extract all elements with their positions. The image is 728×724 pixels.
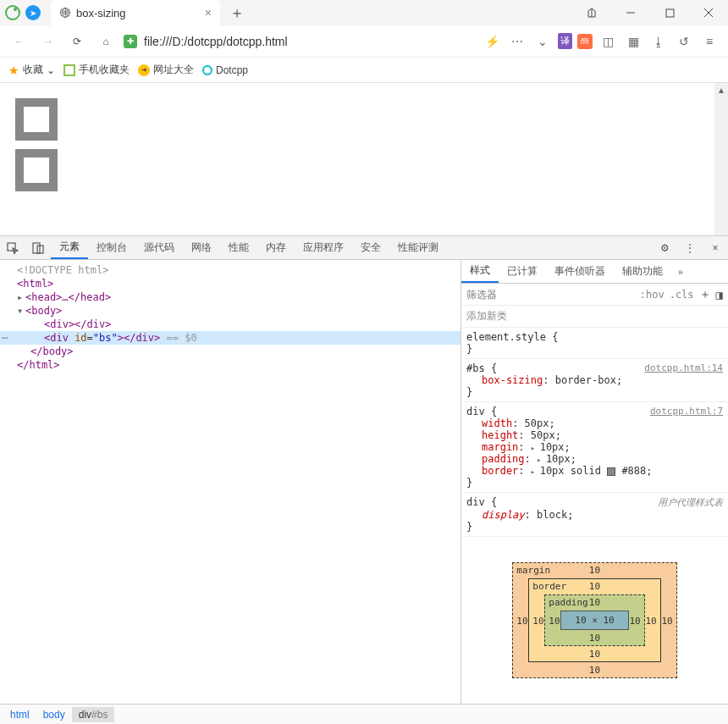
close-tab-icon[interactable]: × — [205, 6, 212, 19]
maximize-button[interactable] — [650, 0, 689, 25]
home-button[interactable]: ⌂ — [95, 30, 117, 53]
url-text[interactable]: file:///D:/dotcpp/dotcpp.html — [144, 35, 475, 48]
styles-tab-a11y[interactable]: 辅助功能 — [614, 260, 671, 283]
browser-app-icon — [5, 5, 20, 20]
elements-body-close[interactable]: </body> — [0, 345, 461, 358]
tab-network[interactable]: 网络 — [183, 236, 220, 259]
crumb-div-bs[interactable]: div#bs — [72, 707, 115, 722]
elements-head[interactable]: ▸<head>…</head> — [0, 290, 461, 304]
vertical-scrollbar[interactable]: ▲ — [714, 83, 728, 235]
cls-toggle[interactable]: .cls — [670, 289, 694, 301]
tab-application[interactable]: 应用程序 — [295, 236, 352, 259]
rule-bs[interactable]: #bs {dotcpp.html:14 box-sizing: border-b… — [461, 359, 728, 402]
telegram-icon[interactable]: ➤ — [25, 5, 41, 20]
add-new-class[interactable]: 添加新类 — [461, 306, 728, 328]
color-swatch[interactable] — [607, 467, 615, 476]
tab-security[interactable]: 安全 — [352, 236, 389, 259]
styles-tab-styles[interactable]: 样式 — [461, 260, 499, 283]
address-bar: ← → ⟳ ⌂ ✚ file:///D:/dotcpp/dotcpp.html … — [0, 25, 728, 58]
toggle-sidebar-icon[interactable]: ◨ — [716, 288, 723, 301]
styles-tab-computed[interactable]: 已计算 — [499, 260, 546, 283]
crumb-body[interactable]: body — [36, 707, 72, 722]
title-bar: ➤ 🌐︎ box-sizing × ＋ — [0, 0, 728, 25]
settings-gear-icon[interactable]: ⚙ — [652, 236, 677, 259]
tab-elements[interactable]: 元素 — [51, 236, 88, 259]
devtools-more-icon[interactable]: ⋮ — [677, 236, 703, 259]
elements-tree[interactable]: <!DOCTYPE html> <html> ▸<head>…</head> ▾… — [0, 260, 461, 704]
tab-sources[interactable]: 源代码 — [135, 236, 183, 259]
elements-body-open[interactable]: ▾<body> — [0, 304, 461, 318]
inspect-element-icon[interactable] — [0, 236, 25, 259]
rule-ua-div[interactable]: div {用户代理样式表 display: block; } — [461, 493, 728, 537]
svg-rect-5 — [33, 243, 40, 253]
elements-html-close[interactable]: </html> — [0, 358, 461, 372]
tab-performance[interactable]: 性能 — [220, 236, 257, 259]
tab-audits[interactable]: 性能评测 — [389, 236, 447, 259]
close-window-button[interactable] — [689, 0, 728, 25]
minimize-button[interactable] — [611, 0, 650, 25]
dotcpp-icon — [202, 65, 212, 75]
forward-button[interactable]: → — [37, 30, 59, 53]
hov-toggle[interactable]: :hov — [640, 289, 665, 301]
scroll-up-icon[interactable]: ▲ — [714, 83, 728, 97]
elements-div1[interactable]: <div></div> — [0, 318, 461, 331]
history-icon[interactable]: ↺ — [674, 31, 694, 52]
dotcpp-label: Dotcpp — [216, 64, 248, 76]
tab-title: box-sizing — [76, 7, 200, 19]
source-link[interactable]: dotcpp.html:7 — [650, 406, 723, 417]
translate-icon[interactable]: 译 — [558, 33, 572, 49]
crumb-html[interactable]: html — [3, 707, 36, 722]
favorites-label: 收藏 — [23, 63, 43, 77]
styles-filter-row: :hov .cls ＋ ◨ — [461, 284, 728, 306]
more-icon[interactable]: ⋯ — [507, 31, 527, 52]
styles-panel: 样式 已计算 事件侦听器 辅助功能 » :hov .cls ＋ ◨ 添加新类 e… — [461, 260, 728, 704]
tab-memory[interactable]: 内存 — [257, 236, 295, 259]
source-link[interactable]: dotcpp.html:14 — [644, 362, 723, 374]
wallet-icon[interactable]: ◫ — [598, 31, 618, 52]
back-button[interactable]: ← — [8, 30, 30, 53]
rule-div[interactable]: div {dotcpp.html:7 width: 50px; height: … — [461, 402, 728, 493]
dotcpp-bookmark[interactable]: Dotcpp — [202, 64, 248, 76]
new-tab-button[interactable]: ＋ — [225, 1, 249, 25]
apps-grid-icon[interactable]: ▦ — [623, 31, 643, 52]
styles-tab-listeners[interactable]: 事件侦听器 — [546, 260, 614, 283]
rule-element-style[interactable]: element.style { } — [461, 328, 728, 359]
elements-doctype[interactable]: <!DOCTYPE html> — [0, 263, 461, 277]
chevron-down-icon: ⌄ — [47, 64, 55, 76]
rendered-div-1 — [15, 98, 58, 141]
devtools-tabs: 元素 控制台 源代码 网络 性能 内存 应用程序 安全 性能评测 ⚙ ⋮ × — [0, 236, 728, 260]
box-model-content: 10 × 10 — [560, 611, 628, 630]
wardrobe-icon[interactable] — [572, 0, 611, 25]
mobile-icon — [63, 64, 75, 76]
lightning-icon[interactable]: ⚡ — [482, 31, 502, 52]
styles-more-icon[interactable]: » — [671, 260, 690, 283]
favorites-button[interactable]: ★收藏 ⌄ — [8, 63, 55, 77]
reload-button[interactable]: ⟳ — [66, 30, 88, 53]
mobile-fav-bookmark[interactable]: 手机收藏夹 — [63, 63, 130, 77]
svg-rect-4 — [8, 243, 15, 251]
ua-stylesheet-label: 用户代理样式表 — [658, 496, 723, 509]
elements-div-bs[interactable]: <div id="bs"></div> == $0 — [0, 331, 461, 345]
box-model-diagram[interactable]: margin 10 10 10 10 border 10 10 10 10 — [461, 537, 728, 704]
device-toggle-icon[interactable] — [25, 236, 51, 259]
sites-bookmark[interactable]: ➜网址大全 — [138, 63, 194, 77]
globe-icon: 🌐︎ — [59, 7, 71, 19]
devtools: 元素 控制台 源代码 网络 性能 内存 应用程序 安全 性能评测 ⚙ ⋮ × <… — [0, 235, 728, 724]
elements-html-open[interactable]: <html> — [0, 277, 461, 290]
bookmarks-bar: ★收藏 ⌄ 手机收藏夹 ➜网址大全 Dotcpp — [0, 58, 728, 83]
mobile-fav-label: 手机收藏夹 — [79, 63, 130, 77]
tab-console[interactable]: 控制台 — [88, 236, 135, 259]
devtools-close-icon[interactable]: × — [703, 236, 728, 259]
star-icon: ★ — [8, 64, 19, 77]
elements-breadcrumb: html body div#bs — [0, 704, 728, 724]
browser-tab[interactable]: 🌐︎ box-sizing × — [51, 0, 220, 25]
download-icon[interactable]: ⭳ — [648, 31, 669, 52]
new-style-rule-icon[interactable]: ＋ — [699, 287, 711, 302]
page-content: ▲ — [0, 83, 728, 235]
menu-icon[interactable]: ≡ — [699, 31, 720, 52]
styles-filter-input[interactable] — [466, 286, 635, 303]
chevron-down-icon[interactable]: ⌄ — [532, 31, 553, 52]
security-shield-icon[interactable]: ✚ — [124, 35, 137, 48]
gamepad-icon[interactable]: 🎮︎ — [577, 34, 593, 49]
sites-label: 网址大全 — [153, 63, 194, 77]
